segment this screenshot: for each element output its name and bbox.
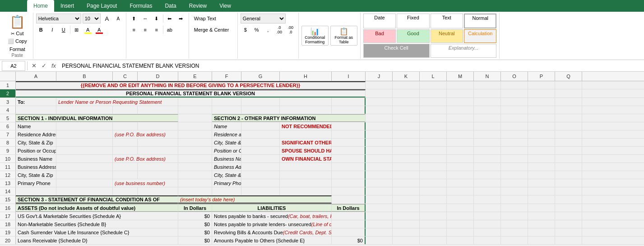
cell-20-P[interactable] [528,237,555,244]
cell-13-H[interactable] [280,179,332,187]
cell-18-Q[interactable] [555,220,582,228]
cell-19-I[interactable] [332,228,366,236]
cell-13-L[interactable] [420,179,447,187]
row-num-10[interactable]: 10 [0,155,16,162]
row-num-11[interactable]: 11 [0,163,16,171]
paste-button[interactable]: 📋 [10,14,24,30]
conditional-formatting-button[interactable]: 📊 Conditional Formatting [301,26,329,46]
row-num-9[interactable]: 9 [0,147,16,154]
cell-3-B[interactable]: Lender Name or Person Requesting Stateme… [56,98,178,106]
cell-8-H[interactable]: SIGNIFICANT OTHER OR [280,139,332,146]
cell-14-G[interactable] [241,187,280,195]
currency-button[interactable]: $ [241,25,250,35]
cell-17-E[interactable]: $0 [178,212,212,220]
cell-4-M[interactable] [447,106,474,114]
cell-12-H[interactable] [280,171,332,179]
cell-8-G[interactable] [241,139,280,146]
col-header-m[interactable]: M [447,72,474,81]
cell-14-O[interactable] [501,187,528,195]
cell-10-J[interactable] [366,155,393,162]
row-num-1[interactable]: 1 [0,81,16,89]
cell-8-A[interactable]: City, State & Zip [16,139,56,146]
cell-14-B[interactable] [56,187,113,195]
cell-11-H[interactable] [280,163,332,171]
cell-7-M[interactable] [447,130,474,138]
cell-19-O[interactable] [501,228,528,236]
align-middle-button[interactable]: ↔ [140,14,150,23]
cell-13-I[interactable] [332,179,366,187]
col-header-o[interactable]: O [501,72,528,81]
cell-7-Q[interactable] [555,130,582,138]
cell-19-P[interactable] [528,228,555,236]
cell-2-P[interactable] [528,89,555,97]
cell-16-E[interactable]: In Dollars [178,204,212,212]
cell-6-B[interactable] [56,122,113,130]
cell-20-E[interactable]: $0 [178,237,212,244]
cell-5-N[interactable] [474,114,501,122]
cell-13-M[interactable] [447,179,474,187]
col-header-f[interactable]: F [212,72,241,81]
col-header-q[interactable]: Q [555,72,582,81]
cell-10-Q[interactable] [555,155,582,162]
cell-9-A[interactable]: Position or Occupation [16,147,56,154]
cell-12-M[interactable] [447,171,474,179]
cell-13-F[interactable]: Primary Phone [212,179,241,187]
cell-4-K[interactable] [393,106,420,114]
row-num-12[interactable]: 12 [0,171,16,179]
cell-3-Q[interactable] [555,98,582,106]
cell-4-L[interactable] [420,106,447,114]
cell-13-J[interactable] [366,179,393,187]
cell-4-N[interactable] [474,106,501,114]
italic-button[interactable]: I [47,25,57,35]
cell-7-J[interactable] [366,130,393,138]
cell-7-B[interactable] [56,130,113,138]
font-color-button[interactable]: A [94,25,104,35]
cell-3-A[interactable]: To: [16,98,56,106]
cell-12-I[interactable] [332,171,366,179]
cell-3-E[interactable] [178,98,212,106]
cell-7-P[interactable] [528,130,555,138]
cell-1-O[interactable] [501,81,528,89]
cell-8-O[interactable] [501,139,528,146]
cell-9-Q[interactable] [555,147,582,154]
cell-1-P[interactable] [528,81,555,89]
col-header-h[interactable]: H [280,72,332,81]
cell-2-O[interactable] [501,89,528,97]
wrap-text-button[interactable]: Wrap Text [192,14,235,23]
col-header-g[interactable]: G [241,72,280,81]
cell-10-E[interactable] [178,155,212,162]
cell-6-C[interactable] [113,122,138,130]
cell-8-L[interactable] [420,139,447,146]
tab-view[interactable]: View [213,0,237,12]
cell-14-J[interactable] [366,187,393,195]
cell-8-N[interactable] [474,139,501,146]
col-header-a[interactable]: A [16,72,56,81]
cell-6-E[interactable] [178,122,212,130]
cell-19-Q[interactable] [555,228,582,236]
cell-12-Q[interactable] [555,171,582,179]
merge-center-button[interactable]: Merge & Center [192,25,235,35]
cell-12-L[interactable] [420,171,447,179]
cell-17-Q[interactable] [555,212,582,220]
cell-18-A[interactable]: Non-Marketable Securities {Schedule B} [16,220,178,228]
style-good[interactable]: Good [397,29,429,43]
cell-10-N[interactable] [474,155,501,162]
cell-3-J[interactable] [366,98,393,106]
col-header-d[interactable]: D [138,72,178,81]
cell-6-A[interactable]: Name [16,122,56,130]
cell-6-I[interactable] [332,122,366,130]
font-family-select[interactable]: Helvetica [36,14,81,23]
cell-4-I[interactable] [332,106,366,114]
increase-indent-button[interactable]: ➡ [176,14,186,23]
text-direction-button[interactable]: ab [165,25,175,35]
cell-9-G[interactable] [241,147,280,154]
row-num-6[interactable]: 6 [0,122,16,130]
row-num-14[interactable]: 14 [0,187,16,195]
style-normal[interactable]: Normal [464,14,496,28]
increase-decimal-button[interactable]: .00.0 [286,25,296,35]
cell-14-D[interactable] [138,187,178,195]
cell-4-G[interactable] [241,106,280,114]
cell-10-A[interactable]: Business Name [16,155,56,162]
cell-12-O[interactable] [501,171,528,179]
col-header-p[interactable]: P [528,72,555,81]
